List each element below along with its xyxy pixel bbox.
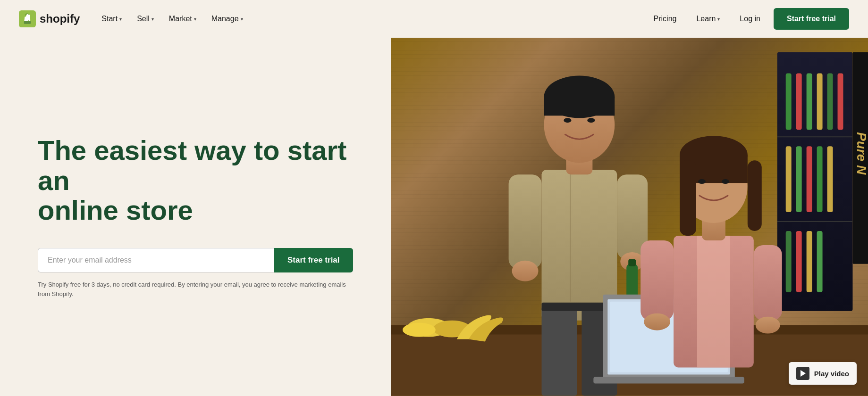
hero-right-panel: Pure N xyxy=(391,38,868,396)
nav-left-menu: Start ▾ Sell ▾ Market ▾ Manage ▾ xyxy=(95,11,249,27)
logo-text: shopify xyxy=(40,12,80,25)
nav-pricing-link[interactable]: Pricing xyxy=(648,11,683,27)
nav-manage-chevron: ▾ xyxy=(241,16,243,22)
nav-manage-label: Manage xyxy=(211,15,239,23)
svg-rect-13 xyxy=(817,146,822,212)
svg-rect-14 xyxy=(827,146,833,212)
shopify-logo-icon xyxy=(19,10,36,27)
svg-point-39 xyxy=(587,118,595,123)
disclaimer-text: Try Shopify free for 3 days, no credit c… xyxy=(38,280,353,298)
svg-rect-28 xyxy=(508,174,541,269)
nav-market-chevron: ▾ xyxy=(194,16,196,22)
svg-point-59 xyxy=(698,179,706,184)
hero-image: Pure N xyxy=(391,38,868,396)
nav-learn-label: Learn xyxy=(696,15,716,23)
nav-start-chevron: ▾ xyxy=(119,16,122,22)
svg-rect-18 xyxy=(817,231,822,292)
svg-rect-1 xyxy=(24,21,31,24)
svg-rect-57 xyxy=(680,160,696,236)
svg-rect-4 xyxy=(785,73,791,130)
svg-text:Pure N: Pure N xyxy=(854,132,868,175)
svg-rect-9 xyxy=(837,73,843,130)
svg-point-60 xyxy=(721,179,729,184)
svg-rect-5 xyxy=(796,73,801,130)
svg-rect-8 xyxy=(827,73,833,130)
svg-point-30 xyxy=(512,261,538,281)
play-icon xyxy=(796,367,809,380)
svg-rect-37 xyxy=(544,97,615,116)
svg-point-51 xyxy=(644,314,670,330)
svg-rect-49 xyxy=(640,240,674,321)
svg-rect-6 xyxy=(806,73,812,130)
nav-start-label: Start xyxy=(101,15,118,23)
hero-title: The easiest way to start an online store xyxy=(38,135,353,225)
hero-scene-svg: Pure N xyxy=(391,38,868,396)
svg-rect-11 xyxy=(796,146,801,212)
play-video-label: Play video xyxy=(814,370,849,378)
nav-right-menu: Pricing Learn ▾ Log in Start free trial xyxy=(648,8,849,30)
svg-rect-40 xyxy=(541,306,577,396)
svg-rect-33 xyxy=(628,259,636,266)
svg-point-52 xyxy=(755,317,780,334)
nav-sell-chevron: ▾ xyxy=(152,16,154,22)
svg-rect-46 xyxy=(593,377,744,383)
nav-item-manage[interactable]: Manage ▾ xyxy=(205,11,250,27)
hero-left-panel: The easiest way to start an online store… xyxy=(0,38,391,396)
email-form: Start free trial xyxy=(38,248,353,272)
logo-link[interactable]: shopify xyxy=(19,10,80,27)
nav-login-link[interactable]: Log in xyxy=(734,11,766,27)
nav-item-start[interactable]: Start ▾ xyxy=(95,11,128,27)
svg-rect-10 xyxy=(785,146,791,212)
nav-item-market[interactable]: Market ▾ xyxy=(162,11,203,27)
nav-learn-link[interactable]: Learn ▾ xyxy=(690,11,726,27)
play-video-button[interactable]: Play video xyxy=(789,362,857,385)
svg-rect-16 xyxy=(796,231,801,292)
svg-point-25 xyxy=(403,323,436,337)
nav-item-sell[interactable]: Sell ▾ xyxy=(130,11,160,27)
main-content: The easiest way to start an online store… xyxy=(0,38,868,396)
svg-rect-17 xyxy=(806,231,812,292)
navbar: shopify Start ▾ Sell ▾ Market ▾ Manage ▾… xyxy=(0,0,868,38)
svg-point-38 xyxy=(564,118,571,123)
email-input[interactable] xyxy=(38,248,274,272)
svg-rect-7 xyxy=(817,73,822,130)
nav-sell-label: Sell xyxy=(137,15,150,23)
nav-start-trial-button[interactable]: Start free trial xyxy=(774,8,849,30)
nav-learn-chevron: ▾ xyxy=(717,16,720,22)
hero-start-trial-button[interactable]: Start free trial xyxy=(274,248,353,272)
svg-rect-12 xyxy=(806,146,812,212)
svg-rect-27 xyxy=(570,170,571,302)
svg-rect-50 xyxy=(753,245,782,321)
svg-rect-48 xyxy=(697,236,730,368)
svg-rect-15 xyxy=(785,231,791,292)
svg-rect-58 xyxy=(747,160,761,231)
nav-market-label: Market xyxy=(169,15,192,23)
